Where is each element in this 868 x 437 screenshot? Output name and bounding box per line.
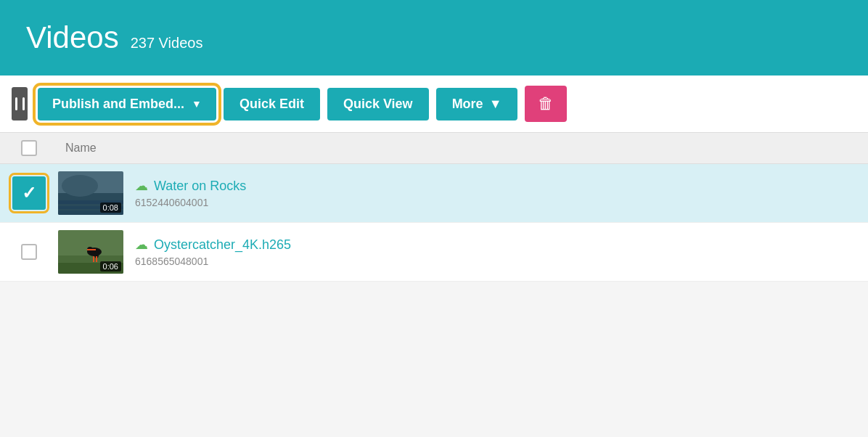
publish-embed-label: Publish and Embed...: [52, 97, 184, 112]
select-all-column: [0, 140, 58, 156]
table-row: 0:08 ☁ Water on Rocks 6152440604001: [0, 164, 868, 223]
delete-button[interactable]: 🗑: [525, 86, 567, 122]
select-all-checkbox[interactable]: [21, 140, 37, 156]
svg-point-2: [62, 175, 98, 197]
toolbar: Publish and Embed... ▼ Quick Edit Quick …: [0, 75, 868, 133]
page-header: Videos 237 Videos: [0, 0, 868, 75]
row-1-checkbox[interactable]: [12, 176, 46, 210]
row-1-info: ☁ Water on Rocks 6152440604001: [135, 178, 246, 208]
cloud-icon: ☁: [135, 237, 148, 253]
row-1-thumbnail: 0:08: [58, 171, 123, 215]
svg-rect-11: [87, 249, 96, 250]
quick-edit-label: Quick Edit: [239, 97, 304, 112]
row-2-id: 6168565048001: [135, 256, 291, 267]
row-1-duration: 0:08: [100, 203, 121, 213]
trash-icon: 🗑: [538, 94, 554, 113]
page-title: Videos: [26, 20, 119, 55]
quick-edit-button[interactable]: Quick Edit: [224, 88, 320, 121]
row-2-title: ☁ Oystercatcher_4K.h265: [135, 237, 291, 253]
row-2-thumbnail: 0:06: [58, 230, 123, 274]
video-count: 237 Videos: [131, 35, 203, 52]
drag-handle[interactable]: [12, 87, 28, 121]
more-label: More: [452, 97, 483, 112]
publish-dropdown-arrow: ▼: [192, 98, 202, 110]
row-2-check-cell: [0, 244, 58, 260]
quick-view-button[interactable]: Quick View: [327, 88, 429, 121]
table-row: 0:06 ☁ Oystercatcher_4K.h265 61685650480…: [0, 223, 868, 282]
row-1-title: ☁ Water on Rocks: [135, 178, 246, 194]
row-2-duration: 0:06: [100, 261, 121, 271]
table-header: Name: [0, 133, 868, 164]
video-table: Name 0:08 ☁ Water on Rocks 6152440604001: [0, 133, 868, 282]
row-2-info: ☁ Oystercatcher_4K.h265 6168565048001: [135, 237, 291, 267]
more-button[interactable]: More ▼: [436, 88, 518, 121]
quick-view-label: Quick View: [343, 97, 413, 112]
name-column-header: Name: [58, 142, 868, 155]
publish-embed-button[interactable]: Publish and Embed... ▼: [38, 88, 216, 121]
row-2-checkbox[interactable]: [21, 244, 37, 260]
svg-rect-14: [96, 256, 97, 262]
row-1-check-cell: [0, 176, 58, 210]
row-1-id: 6152440604001: [135, 197, 246, 208]
cloud-icon: ☁: [135, 178, 148, 194]
svg-rect-13: [93, 256, 94, 262]
more-dropdown-arrow: ▼: [489, 97, 502, 112]
